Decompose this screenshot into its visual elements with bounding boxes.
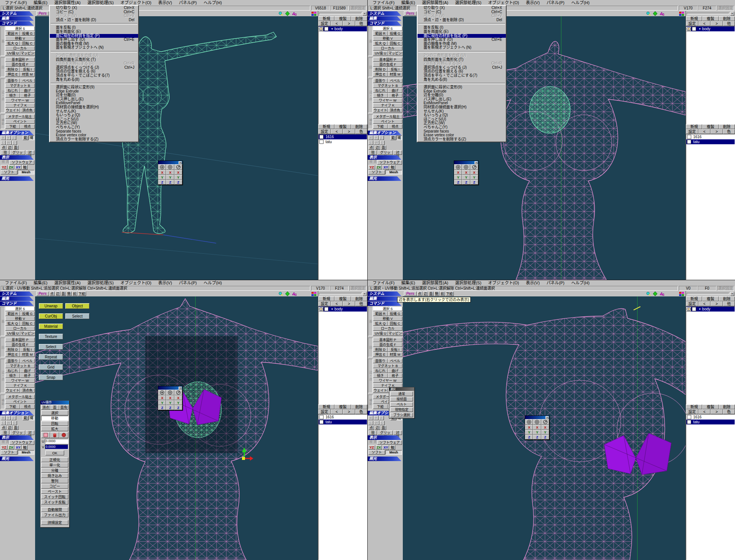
command-button[interactable]: 移動 V [5, 36, 35, 41]
command-button[interactable]: 傾き [373, 93, 388, 98]
command-button[interactable]: 範囲 R [5, 312, 20, 316]
object-row[interactable]: ▼ body [686, 26, 735, 31]
plane-view-button[interactable]: XY [15, 165, 22, 170]
menu-item[interactable]: ファイル(F) [369, 0, 398, 5]
material-list[interactable]: 1616 tatu [318, 134, 367, 280]
axis-constraint-button[interactable]: Z [158, 180, 166, 185]
menu-item[interactable]: オブジェクト(O) [117, 0, 155, 5]
coord-mode-button[interactable]: L [368, 140, 373, 145]
plane-map-icon[interactable] [41, 432, 50, 438]
material-action-button[interactable]: 削除 [351, 404, 367, 409]
display-toggle-button[interactable]: 簡 [434, 292, 439, 296]
axis-constraint-button[interactable]: Y [166, 400, 174, 405]
coord-mode-button[interactable]: L [1, 421, 6, 425]
axis-constraint-button[interactable]: X [525, 425, 533, 430]
menu-entry[interactable]: 頂点を平ら・でこぼこにする(7) [418, 74, 506, 78]
menu-entry[interactable]: 頂点・辺・面を削除 (D) Del [50, 18, 138, 22]
command-button[interactable]: 削除 D [373, 347, 388, 352]
material-option-button[interactable]: > [710, 129, 723, 134]
command-button[interactable]: 反転 I [20, 67, 35, 72]
visibility-eye-icon[interactable] [686, 27, 691, 31]
command-button[interactable]: メタボール粘土 [5, 114, 35, 119]
axis-constraint-button[interactable]: Z [525, 435, 533, 440]
display-toggle-button[interactable]: 面 [61, 292, 66, 296]
menu-item[interactable]: 選択部処理(S) [451, 280, 485, 285]
coord-mode-button[interactable]: L [1, 140, 6, 145]
snap-option-button[interactable]: 現物 [368, 430, 377, 435]
command-button[interactable]: 反転 I [388, 67, 402, 72]
material-checkbox[interactable] [319, 420, 324, 424]
zoom-icon[interactable] [646, 11, 651, 16]
scale-tool-icon[interactable] [541, 419, 549, 425]
expand-triangle-icon[interactable]: ▼ [698, 28, 701, 30]
expand-triangle-icon[interactable]: ▼ [331, 308, 333, 310]
uv-tool-button[interactable]: Object [65, 303, 89, 309]
object-option-button[interactable]: > [710, 301, 723, 306]
selection-lock-button[interactable]: 選択固定 [717, 286, 734, 291]
axis-constraint-button[interactable]: Z [541, 435, 549, 440]
command-button[interactable]: 移動 V [5, 316, 35, 321]
axis-constraint-button[interactable]: Y [174, 175, 182, 180]
uv-tool-button[interactable]: Snap [39, 375, 63, 380]
zoom-icon[interactable] [278, 11, 284, 16]
command-button[interactable]: ベベル [20, 79, 35, 83]
axis-constraint-button[interactable]: Y [174, 400, 182, 405]
command-button[interactable]: ウェイト [373, 388, 388, 393]
menu-entry[interactable]: 頂点カラーを削除する(Z) [418, 137, 506, 142]
material-action-button[interactable]: 複製 [334, 404, 351, 409]
command-button[interactable]: メタボール粘土 [373, 114, 402, 119]
uv-operation-button[interactable]: コピー [41, 484, 68, 489]
command-button[interactable]: 回転 C [388, 41, 402, 46]
panel-grip[interactable] [319, 12, 362, 15]
uv-tool-button[interactable]: Grid [39, 364, 63, 370]
display-panel-header[interactable]: 表示 [368, 155, 403, 160]
selection-lock-button[interactable]: 選択固定 [349, 6, 367, 11]
display-panel-header[interactable]: 表示 [0, 155, 35, 160]
material-option-button[interactable]: 設定 [686, 129, 698, 134]
command-button[interactable]: UV操 U [5, 51, 20, 56]
manipulator-titlebar[interactable]: × [158, 161, 182, 164]
move-tool-icon[interactable] [158, 164, 166, 170]
selection-mode-button[interactable]: 通常 [390, 392, 413, 396]
panel-grip[interactable] [319, 293, 362, 295]
object-option-button[interactable]: > [343, 301, 355, 306]
selection-lock-button[interactable]: 選択固定 [717, 6, 734, 11]
command-button[interactable]: マッピング [20, 51, 35, 56]
command-button[interactable]: ワイヤー W [5, 98, 35, 103]
scale-tool-icon[interactable] [470, 164, 478, 170]
object-action-button[interactable]: 削除 [719, 16, 735, 21]
material-row[interactable]: 1616 [319, 134, 367, 139]
axis-lock-button[interactable]: X [368, 416, 373, 420]
panel-close-button[interactable]: × [362, 292, 367, 296]
command-button[interactable]: ねじれ [5, 88, 20, 93]
material-option-button[interactable]: > [710, 409, 723, 414]
pan-icon[interactable] [652, 292, 658, 296]
plane-view-button[interactable]: ZX [376, 165, 382, 170]
command-button[interactable]: ペイント [5, 119, 35, 124]
command-button[interactable]: 押出 E [5, 352, 20, 357]
command-button[interactable]: ウェイト [373, 108, 388, 113]
command-button[interactable]: 移動 V [373, 316, 402, 321]
software-render-button[interactable]: ソフトウェア [377, 440, 402, 445]
mesh-display-button[interactable]: Mesh [18, 170, 34, 174]
selection-mode-button[interactable]: 接続面 [390, 397, 413, 401]
command-button[interactable]: 材質 M [388, 72, 402, 77]
rotate-view-icon[interactable] [291, 11, 297, 16]
material-option-button[interactable]: > [343, 409, 355, 414]
object-option-button[interactable]: 他 [723, 301, 735, 306]
display-panel-header[interactable]: 表示 [0, 435, 35, 440]
rotate-view-icon[interactable] [659, 11, 665, 16]
object-option-button[interactable]: < [331, 301, 343, 306]
command-button[interactable]: 回転 C [20, 41, 35, 46]
zoom-icon[interactable] [646, 292, 651, 296]
menu-item[interactable]: ファイル(F) [2, 280, 30, 285]
command-button[interactable]: 頂点色 [388, 108, 402, 113]
close-icon[interactable]: × [179, 161, 182, 164]
manipulator-titlebar[interactable]: × [525, 416, 549, 419]
command-button[interactable]: 移動 V [373, 36, 402, 41]
command-button[interactable]: 基本図形 P [373, 338, 402, 342]
axis-lock-button[interactable]: Y [374, 136, 379, 140]
plane-view-button[interactable]: YZ [368, 445, 375, 450]
coord-mode-button[interactable]: L [368, 421, 373, 425]
material-option-button[interactable]: < [698, 129, 710, 134]
